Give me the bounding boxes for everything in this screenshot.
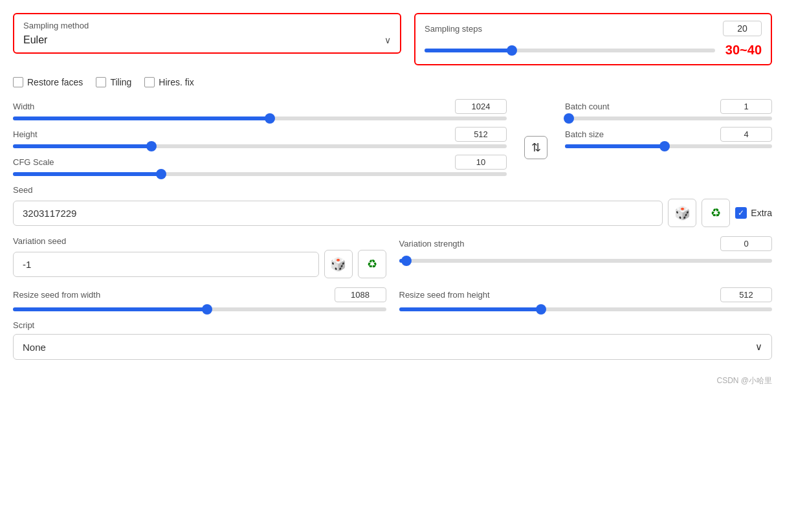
height-value[interactable]: 512: [455, 127, 507, 142]
variation-seed-input[interactable]: [13, 252, 319, 277]
batch-count-header: Batch count 1: [565, 99, 772, 114]
variation-seed-row: 🎲 ♻: [13, 250, 386, 278]
extra-checkbox[interactable]: ✓: [735, 207, 747, 219]
batch-size-thumb[interactable]: [659, 141, 670, 151]
restore-faces-box[interactable]: [13, 77, 23, 87]
variation-strength-value[interactable]: 0: [720, 236, 772, 251]
resize-from-height-thumb[interactable]: [536, 304, 546, 315]
tiling-box[interactable]: [96, 77, 106, 87]
batch-size-track[interactable]: [565, 144, 772, 148]
top-row: Sampling method Euler ∨ Sampling steps 2…: [13, 13, 772, 65]
resize-from-width-track[interactable]: [13, 307, 386, 311]
height-fill: [13, 144, 151, 148]
swap-dimensions-button[interactable]: ⇅: [524, 136, 547, 159]
resize-from-height-section: Resize seed from height 512: [399, 287, 773, 311]
variation-dice-icon: 🎲: [330, 256, 346, 272]
seed-row: 🎲 ♻ ✓ Extra: [13, 199, 772, 227]
dice-icon: 🎲: [674, 205, 691, 221]
width-value[interactable]: 1024: [455, 99, 507, 114]
cfg-scale-header: CFG Scale 10: [13, 155, 507, 170]
batch-count-value[interactable]: 1: [720, 99, 772, 114]
resize-from-width-thumb[interactable]: [202, 304, 212, 315]
variation-seed-dice-button[interactable]: 🎲: [324, 250, 353, 278]
seed-input[interactable]: [13, 201, 663, 226]
batch-count-label: Batch count: [565, 102, 610, 111]
script-select[interactable]: None ∨: [13, 334, 772, 360]
variation-strength-track[interactable]: [399, 259, 773, 263]
variation-row: Variation seed 🎲 ♻ Variation strength 0: [13, 236, 772, 278]
batch-count-track[interactable]: [565, 116, 772, 120]
param-section: Width 1024 Height 512: [13, 99, 772, 176]
steps-header: Sampling steps 20: [425, 21, 762, 36]
sampling-method-group: Sampling method Euler ∨: [13, 13, 401, 54]
main-container: Sampling method Euler ∨ Sampling steps 2…: [13, 13, 772, 386]
recycle-icon: ♻: [711, 206, 721, 220]
script-chevron-icon: ∨: [755, 341, 762, 353]
sampling-steps-track[interactable]: [425, 49, 715, 52]
script-label: Script: [13, 320, 772, 330]
resize-from-width-value[interactable]: 1088: [335, 287, 386, 302]
batch-size-header: Batch size 4: [565, 127, 772, 142]
swap-btn-col: ⇅: [520, 99, 552, 176]
tiling-checkbox[interactable]: Tiling: [96, 77, 131, 87]
batch-size-fill: [565, 144, 665, 148]
cfg-scale-label: CFG Scale: [13, 157, 54, 167]
annotation-text: 30~40: [725, 43, 762, 58]
variation-strength-label: Variation strength: [399, 239, 465, 249]
resize-from-height-header: Resize seed from height 512: [399, 287, 773, 302]
batch-count-thumb[interactable]: [564, 113, 574, 124]
variation-seed-label: Variation seed: [13, 236, 386, 246]
restore-faces-checkbox[interactable]: Restore faces: [13, 77, 83, 87]
width-fill: [13, 116, 270, 120]
height-thumb[interactable]: [146, 141, 157, 151]
variation-strength-thumb[interactable]: [401, 256, 412, 266]
cfg-scale-thumb[interactable]: [156, 169, 166, 179]
resize-from-height-fill: [399, 307, 541, 311]
cfg-scale-fill: [13, 172, 161, 176]
resize-from-width-section: Resize seed from width 1088: [13, 287, 386, 311]
resize-from-width-header: Resize seed from width 1088: [13, 287, 386, 302]
hires-fix-label: Hires. fix: [159, 77, 193, 87]
batch-size-value[interactable]: 4: [720, 127, 772, 142]
param-right: Batch count 1 Batch size 4: [565, 99, 772, 176]
hires-fix-checkbox[interactable]: Hires. fix: [144, 77, 193, 87]
height-track[interactable]: [13, 144, 507, 148]
height-label: Height: [13, 129, 38, 139]
hires-fix-box[interactable]: [144, 77, 155, 87]
width-row: Width 1024: [13, 99, 507, 120]
extra-label: Extra: [751, 208, 772, 218]
tiling-label: Tiling: [110, 77, 131, 87]
sampling-method-value: Euler: [23, 34, 47, 46]
sampling-steps-label: Sampling steps: [425, 24, 482, 34]
resize-from-height-value[interactable]: 512: [720, 287, 772, 302]
seed-section: Seed 🎲 ♻ ✓ Extra: [13, 185, 772, 227]
variation-strength-header: Variation strength 0: [399, 236, 773, 251]
cfg-scale-track[interactable]: [13, 172, 507, 176]
resize-from-width-label: Resize seed from width: [13, 290, 100, 300]
extra-checkbox-row[interactable]: ✓ Extra: [735, 207, 772, 219]
resize-from-height-label: Resize seed from height: [399, 290, 490, 300]
param-left: Width 1024 Height 512: [13, 99, 507, 176]
sampling-steps-thumb[interactable]: [507, 45, 517, 56]
seed-dice-button[interactable]: 🎲: [668, 199, 696, 227]
sampling-method-select[interactable]: Euler ∨: [23, 34, 391, 46]
sampling-method-label: Sampling method: [23, 21, 391, 30]
restore-faces-label: Restore faces: [27, 77, 83, 87]
variation-seed-recycle-button[interactable]: ♻: [358, 250, 386, 278]
cfg-scale-value[interactable]: 10: [455, 155, 507, 170]
chevron-down-icon: ∨: [384, 35, 391, 45]
seed-recycle-button[interactable]: ♻: [702, 199, 730, 227]
resize-from-width-fill: [13, 307, 207, 311]
cfg-scale-row: CFG Scale 10: [13, 155, 507, 176]
width-track[interactable]: [13, 116, 507, 120]
width-thumb[interactable]: [265, 113, 275, 124]
height-row: Height 512: [13, 127, 507, 148]
seed-label: Seed: [13, 185, 772, 195]
variation-strength-section: Variation strength 0: [399, 236, 773, 278]
sampling-steps-slider-row: 30~40: [425, 43, 762, 58]
sampling-steps-value[interactable]: 20: [723, 21, 762, 36]
width-header: Width 1024: [13, 99, 507, 114]
sampling-steps-fill: [425, 49, 512, 52]
resize-from-height-track[interactable]: [399, 307, 773, 311]
resize-row: Resize seed from width 1088 Resize seed …: [13, 287, 772, 311]
